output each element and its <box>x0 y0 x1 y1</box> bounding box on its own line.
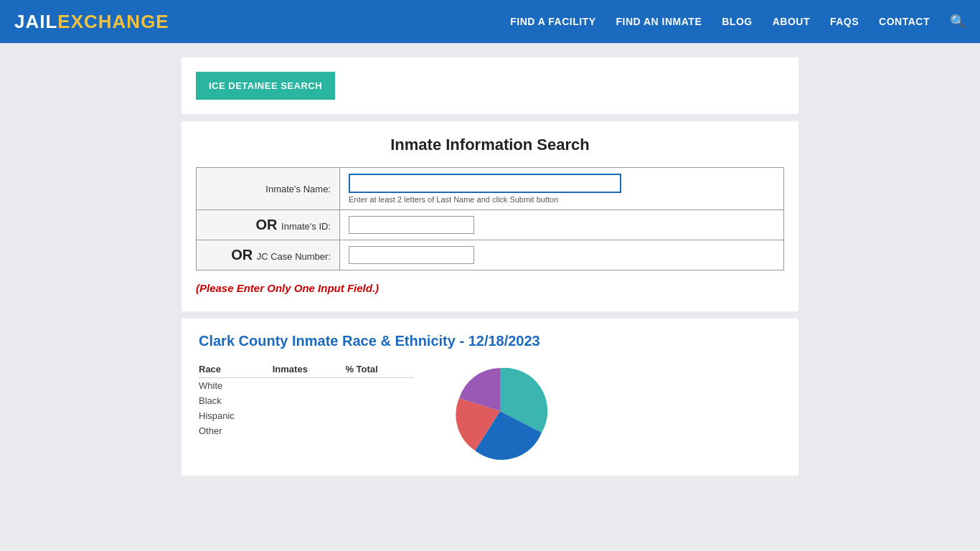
logo[interactable]: JAILEXCHANGE <box>14 11 169 33</box>
or1-label: OR <box>255 217 281 232</box>
table-row: White <box>199 377 414 393</box>
ice-detainee-search-button[interactable]: ICE DETAINEE SEARCH <box>196 72 335 100</box>
jc-case-input[interactable] <box>349 246 474 264</box>
table-header-row: Race Inmates % Total <box>199 361 414 378</box>
jc-case-label-cell: OR JC Case Number: <box>197 240 340 270</box>
percent-cell <box>345 377 414 393</box>
race-cell: Other <box>199 423 273 438</box>
search-form-table: Inmate's Name: Enter at least 2 letters … <box>196 167 784 270</box>
nav-blog[interactable]: BLOG <box>722 16 752 27</box>
race-header: Race <box>199 361 273 378</box>
jc-case-row: OR JC Case Number: <box>197 240 784 270</box>
search-icon-button[interactable]: 🔍 <box>950 14 966 29</box>
inmate-id-input[interactable] <box>349 216 474 234</box>
name-row: Inmate's Name: Enter at least 2 letters … <box>197 168 784 210</box>
logo-exchange: EXCHANGE <box>57 11 169 33</box>
race-cell: Hispanic <box>199 408 273 423</box>
inmate-id-row: OR Inmate's ID: <box>197 210 784 240</box>
form-title: Inmate Information Search <box>196 136 784 154</box>
percent-cell <box>345 408 414 423</box>
inmates-cell <box>273 408 346 423</box>
table-row: Black <box>199 393 414 408</box>
nav-faqs[interactable]: FAQs <box>830 16 859 27</box>
table-row: Other <box>199 423 414 438</box>
nav-about[interactable]: ABOUT <box>773 16 810 27</box>
or2-label: OR <box>231 247 257 263</box>
inmate-id-input-cell <box>340 210 784 240</box>
race-cell: White <box>199 377 273 393</box>
inmate-id-label: Inmate's ID: <box>281 221 331 232</box>
name-label-cell: Inmate's Name: <box>197 168 340 210</box>
one-input-notice: (Please Enter Only One Input Field.) <box>196 281 784 297</box>
percent-cell <box>345 423 414 438</box>
percent-cell <box>345 393 414 408</box>
name-hint: Enter at least 2 letters of Last Name an… <box>349 195 775 204</box>
inmates-cell <box>273 393 346 408</box>
pie-chart-svg <box>435 361 565 461</box>
inmates-cell <box>273 423 346 438</box>
nav-contact[interactable]: CONTACT <box>879 16 930 27</box>
jc-case-label: JC Case Number: <box>257 251 331 262</box>
race-cell: Black <box>199 393 273 408</box>
race-table: Race Inmates % Total White Black Hispani… <box>199 361 414 438</box>
nav-find-inmate[interactable]: FIND AN INMATE <box>616 16 702 27</box>
inmates-cell <box>273 377 346 393</box>
nav-links: FIND A FACILITY FIND AN INMATE BLOG ABOU… <box>510 14 966 29</box>
name-input-cell: Enter at least 2 letters of Last Name an… <box>340 168 784 210</box>
navbar: JAILEXCHANGE FIND A FACILITY FIND AN INM… <box>0 0 980 43</box>
pie-chart <box>435 361 565 461</box>
logo-jail: JAIL <box>14 11 57 33</box>
name-label: Inmate's Name: <box>265 184 331 194</box>
percent-header: % Total <box>345 361 414 378</box>
nav-find-facility[interactable]: FIND A FACILITY <box>510 16 595 27</box>
chart-card: Clark County Inmate Race & Ethnicity - 1… <box>182 319 798 476</box>
inmate-name-input[interactable] <box>349 174 621 193</box>
ice-detainee-card: ICE DETAINEE SEARCH <box>182 57 798 114</box>
inmate-id-label-cell: OR Inmate's ID: <box>197 210 340 240</box>
inmates-header: Inmates <box>273 361 346 378</box>
chart-layout: Race Inmates % Total White Black Hispani… <box>199 361 781 461</box>
jc-case-input-cell <box>340 240 784 270</box>
inmate-search-card: Inmate Information Search Inmate's Name:… <box>182 121 798 311</box>
chart-title: Clark County Inmate Race & Ethnicity - 1… <box>199 333 781 349</box>
page-content: ICE DETAINEE SEARCH Inmate Information S… <box>182 43 798 490</box>
table-row: Hispanic <box>199 408 414 423</box>
